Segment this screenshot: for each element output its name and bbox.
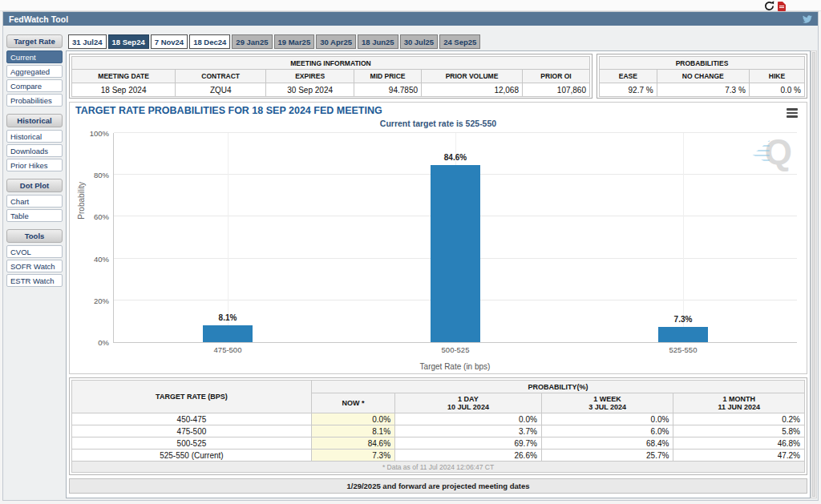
data-as-of-row: * Data as of 11 Jul 2024 12:06:47 CT [72,462,805,473]
sidebar-header-dot-plot: Dot Plot [6,179,63,192]
bar [431,165,480,342]
table-cell: 26.6% [395,450,542,462]
sidebar-item-estr-watch[interactable]: ESTR Watch [6,274,63,287]
data-as-of-note: * Data as of 11 Jul 2024 12:06:47 CT [72,462,805,473]
table-cell: 3.7% [395,425,542,437]
tab-29-jan25[interactable]: 29 Jan25 [232,34,272,49]
tab-18-jun25[interactable]: 18 Jun25 [358,34,398,49]
y-axis-tick: 100% [90,129,109,138]
tab-24-sep25[interactable]: 24 Sep25 [439,34,480,49]
column-header: CONTRACT [176,70,266,83]
refresh-icon[interactable] [764,1,774,11]
bar-value-label: 7.3% [642,315,724,324]
tab-30-apr25[interactable]: 30 Apr25 [316,34,356,49]
fedwatch-app-window: FedWatch Tool Target Rate Current Aggreg… [2,11,819,501]
sidebar-header-tools: Tools [6,229,63,243]
probabilities-summary-table: PROBABILITIES EASE NO CHANGE HIKE 92.7 %… [597,54,807,99]
meeting-info-title: MEETING INFORMATION [72,57,590,70]
y-axis-tick: 60% [94,212,109,221]
tab-30-jul25[interactable]: 30 Jul25 [400,34,439,49]
vertical-scrollbar[interactable] [811,50,817,498]
sidebar: Target Rate Current Aggregated Compare P… [6,34,63,288]
hike-value: 0.0 % [749,83,804,97]
twitter-icon[interactable] [803,14,812,24]
bar-value-label: 8.1% [187,313,269,322]
table-row: 450-475 0.0% 0.0% 0.0% 0.2% [72,413,805,425]
column-header: EASE [600,70,657,83]
pdf-export-icon[interactable] [778,2,786,11]
rate-cell: 500-525 [72,437,312,450]
bar-group: 8.1% 475-500 [203,133,253,342]
column-header: EXPIRES [266,70,354,83]
main-panel: MEETING INFORMATION MEETING DATE CONTRAC… [66,50,811,498]
scrollbar-thumb[interactable] [812,52,815,497]
sidebar-header-target-rate: Target Rate [6,34,63,48]
probabilities-title: PROBABILITIES [600,57,805,70]
x-axis-title: Target Rate (in bps) [113,362,797,371]
projected-dates-note: 1/29/2025 and forward are projected meet… [69,478,807,494]
probability-bar-chart: TARGET RATE PROBABILITIES FOR 18 SEP 202… [69,102,807,374]
sidebar-item-sofr-watch[interactable]: SOFR Watch [6,260,63,272]
rate-cell: 450-475 [72,413,312,425]
y-axis-title: Probability [77,181,86,219]
column-header: PRIOR OI [522,70,589,83]
column-header: HIKE [749,70,804,83]
y-axis-tick: 40% [94,254,109,263]
meeting-date-tabs: 31 Jul24 18 Sep24 7 Nov24 18 Dec24 29 Ja… [68,34,480,49]
x-axis-category: 500-525 [415,345,496,354]
bar-group: 7.3% 525-550 [658,133,708,342]
ease-value: 92.7 % [600,83,657,97]
table-cell: 0.0% [395,413,542,425]
tab-18-dec24[interactable]: 18 Dec24 [189,34,230,49]
watermark-lines [750,140,770,164]
rate-cell: 475-500 [72,425,312,437]
sidebar-item-prior-hikes[interactable]: Prior Hikes [6,159,63,171]
column-header: MEETING DATE [72,70,176,83]
table-cell: 68.4% [541,437,673,450]
y-axis-tick: 20% [94,296,109,304]
sidebar-item-downloads[interactable]: Downloads [6,144,63,157]
chart-title: TARGET RATE PROBABILITIES FOR 18 SEP 202… [75,105,382,116]
chart-menu-icon[interactable] [787,108,798,119]
sidebar-item-aggregated[interactable]: Aggregated [6,65,63,78]
table-cell: 25.7% [541,450,673,462]
sidebar-item-probabilities[interactable]: Probabilities [6,94,63,107]
bar [658,327,708,342]
sidebar-item-current[interactable]: Current [6,50,63,63]
y-axis-tick: 0% [98,338,109,347]
column-header: NO CHANGE [657,70,749,83]
table-row: 475-500 8.1% 3.7% 6.0% 5.8% [72,425,805,437]
probability-group-header: PROBABILITY(%) [311,381,804,393]
sidebar-header-historical: Historical [6,114,63,127]
tab-31-jul24[interactable]: 31 Jul24 [68,34,107,49]
sidebar-item-chart[interactable]: Chart [6,195,63,208]
table-cell: 0.2% [673,413,805,425]
tab-18-sep24[interactable]: 18 Sep24 [108,34,149,49]
chart-subtitle: Current target rate is 525-550 [70,119,807,128]
column-header-now: NOW * [311,393,394,413]
app-titlebar: FedWatch Tool [3,12,818,26]
tab-7-nov24[interactable]: 7 Nov24 [151,34,188,49]
bar [203,325,253,342]
no-change-value: 7.3 % [657,83,749,97]
browser-top-strip [0,0,821,11]
app-title: FedWatch Tool [9,14,68,24]
rate-cell: 525-550 (Current) [72,450,312,462]
sidebar-item-cvol[interactable]: CVOL [6,245,63,258]
column-header: PRIOR VOLUME [422,70,523,83]
sidebar-item-table[interactable]: Table [6,209,63,222]
sidebar-item-compare[interactable]: Compare [6,79,63,92]
meeting-information-table: MEETING INFORMATION MEETING DATE CONTRAC… [69,54,592,99]
now-cell: 0.0% [311,413,394,425]
table-cell: 6.0% [541,425,673,437]
sidebar-item-historical[interactable]: Historical [6,130,63,143]
tab-19-mar25[interactable]: 19 Mar25 [274,34,315,49]
meeting-date-value: 18 Sep 2024 [72,83,176,97]
now-cell: 84.6% [311,437,394,450]
prior-oi-value: 107,860 [522,83,589,97]
now-cell: 7.3% [311,450,394,462]
table-cell: 69.7% [395,437,542,450]
mid-price-value: 94.7850 [354,83,422,97]
rate-column-header: TARGET RATE (BPS) [72,381,312,413]
table-cell: 0.0% [541,413,673,425]
